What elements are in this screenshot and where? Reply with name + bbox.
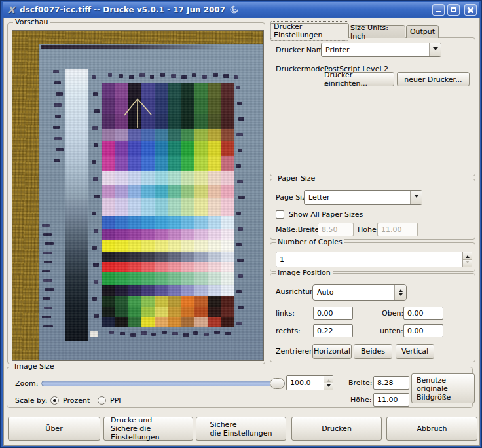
color-cell — [128, 272, 141, 285]
print-and-save-button[interactable]: Drucke und Sichere die Einstellungen — [103, 417, 193, 441]
show-all-paper-sizes-checkbox[interactable] — [276, 210, 284, 219]
combo-dropdown-button[interactable] — [410, 191, 422, 204]
color-cell — [208, 156, 221, 171]
ppi-label: PPI — [110, 396, 121, 405]
minimize-button[interactable] — [432, 4, 445, 16]
copies-spinbox[interactable]: 1 — [276, 252, 472, 267]
color-cell — [181, 296, 194, 307]
color-cell — [155, 262, 168, 272]
color-cell — [208, 141, 221, 156]
prozent-radio[interactable] — [50, 396, 59, 405]
color-cell — [102, 307, 115, 317]
cancel-button[interactable]: Abbruch — [386, 417, 477, 441]
links-field[interactable]: 0.00 — [313, 307, 353, 320]
spin-down-button[interactable] — [463, 260, 472, 267]
center-both-button[interactable]: Beides — [354, 344, 392, 359]
color-cell — [181, 129, 194, 141]
original-size-label: Benutze originale Bildgröße — [417, 376, 474, 401]
combo-dropdown-button[interactable] — [429, 43, 441, 56]
titlebar[interactable]: X dscf0077-icc.tiff -- Drucke v5.0.1 - 1… — [3, 2, 479, 17]
printer-setup-button[interactable]: Drucker einrichten... — [324, 72, 394, 86]
unten-field[interactable]: 0.00 — [403, 324, 443, 337]
color-cell — [181, 171, 194, 185]
breite-value: 8.28 — [377, 379, 394, 387]
spin-up-button[interactable] — [324, 376, 333, 383]
color-cell — [141, 240, 155, 252]
zoom-slider[interactable] — [41, 378, 285, 389]
spin-up-button[interactable] — [463, 252, 472, 260]
color-cell — [128, 83, 141, 98]
new-printer-button[interactable]: neuer Drucker... — [397, 72, 470, 86]
tab-output[interactable]: Output — [406, 25, 439, 38]
tab-drucker-einstellungen[interactable]: Drucker Einstellungen — [270, 23, 349, 38]
color-cell — [194, 171, 207, 185]
color-cell — [128, 240, 141, 252]
about-label: Über — [45, 424, 62, 433]
color-cell — [221, 156, 234, 171]
original-size-button[interactable]: Benutze originale Bildgröße — [411, 373, 475, 403]
color-cell — [194, 317, 207, 327]
color-cell — [181, 285, 194, 296]
color-cell — [128, 262, 141, 272]
chart-row — [102, 156, 234, 171]
color-cell — [208, 171, 221, 185]
color-cell — [155, 296, 168, 307]
rechts-value: 0.22 — [317, 327, 333, 335]
color-cell — [141, 272, 155, 285]
color-cell — [102, 272, 115, 285]
breite-field[interactable]: 8.28 — [373, 376, 409, 390]
chart-row — [102, 141, 234, 156]
zoom-spinbox[interactable]: 100.0 — [286, 375, 333, 390]
color-cell — [115, 262, 128, 272]
color-cell — [115, 296, 128, 307]
app-icon: X — [5, 5, 17, 15]
color-cell — [168, 185, 181, 198]
ppi-radio[interactable] — [98, 396, 106, 405]
orientation-combo[interactable]: Auto — [312, 284, 407, 301]
hoehe-field[interactable]: 11.00 — [373, 393, 409, 407]
color-cell — [128, 171, 141, 185]
page-size-combo[interactable]: Letter — [304, 190, 422, 205]
color-cell — [208, 98, 221, 114]
color-cell — [141, 98, 155, 114]
close-button[interactable] — [464, 4, 477, 16]
chart-row — [102, 185, 234, 198]
color-cell — [102, 198, 115, 216]
color-cell — [115, 185, 128, 198]
maximize-button[interactable] — [447, 4, 460, 16]
color-cell — [208, 83, 221, 98]
center-vertical-button[interactable]: Vertical — [396, 344, 434, 359]
color-cell — [208, 262, 221, 272]
color-cell — [168, 156, 181, 171]
grayscale-strip — [65, 69, 88, 341]
save-settings-button[interactable]: Sichere die Einstellungen — [196, 417, 286, 441]
color-cell — [102, 185, 115, 198]
color-cell — [168, 198, 181, 216]
about-button[interactable]: Über — [8, 417, 100, 441]
paper-hoehe-label: Höhe: — [358, 225, 379, 234]
color-cell — [155, 317, 168, 327]
paper-width-value: 8.50 — [322, 225, 338, 234]
color-cell — [102, 317, 115, 327]
spin-down-button[interactable] — [324, 383, 333, 390]
printer-name-combo[interactable]: Printer — [321, 43, 441, 57]
center-vertical-label: Vertical — [401, 347, 428, 356]
color-cell — [155, 98, 168, 114]
oben-field[interactable]: 0.00 — [403, 307, 443, 320]
slider-handle[interactable] — [270, 378, 285, 389]
scale-by-label: Scale by: — [15, 396, 48, 405]
center-horizontal-button[interactable]: Horizontal — [312, 344, 352, 359]
color-cell — [168, 171, 181, 185]
window-title: dscf0077-icc.tiff -- Drucke v5.0.1 - 17 … — [20, 5, 225, 14]
copies-group: Number of Copies 1 — [270, 242, 475, 272]
print-button[interactable]: Drucken — [291, 417, 382, 441]
rechts-field[interactable]: 0.22 — [313, 324, 353, 337]
color-cell — [181, 272, 194, 285]
color-cell — [155, 171, 168, 185]
tab-size-units[interactable]: Size Units: Inch — [350, 25, 405, 38]
color-cell — [168, 285, 181, 296]
new-printer-label: neuer Drucker... — [404, 75, 462, 84]
combo-updown-button[interactable] — [394, 285, 406, 300]
slider-groove[interactable] — [41, 381, 285, 386]
color-cell — [181, 83, 194, 98]
